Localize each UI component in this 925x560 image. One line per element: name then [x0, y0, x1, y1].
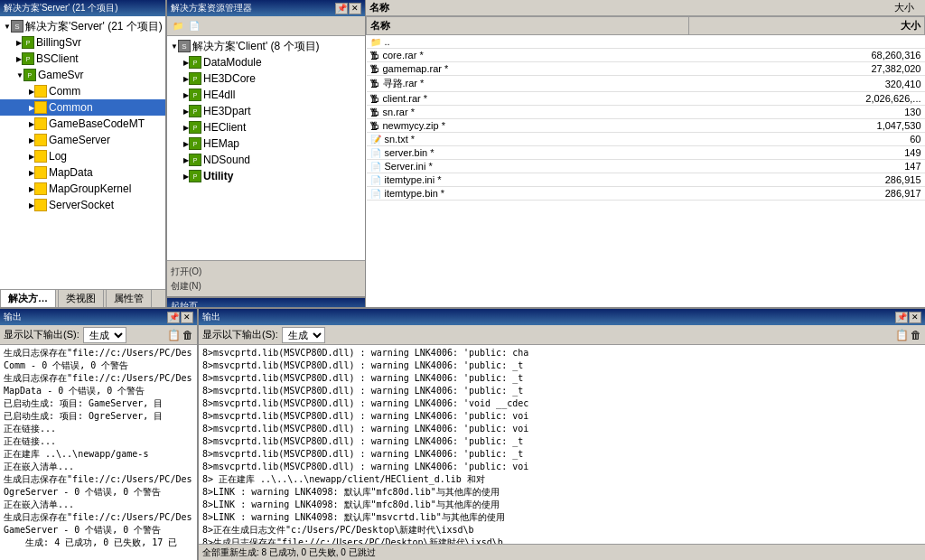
table-row[interactable]: 📁.. — [367, 35, 925, 49]
srm-item-utility[interactable]: ▶ PUtility — [167, 168, 365, 184]
output-right-toolbar-label: 显示以下输出(S): — [202, 328, 278, 341]
right-title: 名称 — [369, 1, 389, 14]
table-row[interactable]: 🗜core.rar *68,260,316 — [367, 49, 925, 62]
close-icon[interactable]: ✕ — [349, 3, 361, 14]
srm-item-he4dll[interactable]: ▶ PHE4dll — [167, 87, 365, 103]
col-size: 大小 — [689, 17, 925, 35]
srm-item-he3dpart[interactable]: ▶ PHE3Dpart — [167, 103, 365, 119]
srm-titlebar: 解决方案资源管理器 📌 ✕ — [167, 0, 365, 16]
pin-icon-out-right[interactable]: 📌 — [895, 312, 908, 323]
solution-tree: ▼ S解决方案'Server' (21 个项目)▶ PBillingSvr▶ P… — [0, 16, 165, 289]
tree-item-mapData[interactable]: ▶ MapData — [0, 164, 165, 181]
file-name-cell: 📄itemtype.bin * — [367, 187, 689, 201]
tree-item-billingSvr[interactable]: ▶ PBillingSvr — [0, 34, 165, 51]
file-name-cell: 🗜gamemap.rar * — [367, 62, 689, 76]
output-left-icons: 📌 ✕ — [167, 312, 193, 323]
toolbar-icon-1[interactable]: 📁 — [171, 19, 185, 33]
output-right-panel: 输出 📌 ✕ 显示以下输出(S): 生成 📋 🗑 8>msvcprtd.lib(… — [199, 309, 925, 560]
output-right-title: 输出 — [202, 311, 220, 323]
file-name-cell: 🗜client.rar * — [367, 92, 689, 106]
file-name-cell: 📄Server.ini * — [367, 160, 689, 173]
clear-icon-right[interactable]: 🗑 — [911, 329, 921, 341]
srm-item-client_solution[interactable]: ▼ S解决方案'Client' (8 个项目) — [167, 38, 365, 54]
srm-item-heClient[interactable]: ▶ PHEClient — [167, 119, 365, 135]
app-container: 解决方案'Server' (21 个项目) ▼ S解决方案'Server' (2… — [0, 0, 925, 560]
file-size-cell: 68,260,316 — [689, 49, 925, 62]
table-row[interactable]: 🗜sn.rar *130 — [367, 106, 925, 119]
output-left-content: 生成日志保存在"file://c:/Users/PC/Des Comm - 0 … — [0, 345, 197, 560]
left-panel-titlebar: 解决方案'Server' (21 个项目) — [0, 0, 165, 16]
close-icon-out-left[interactable]: ✕ — [181, 312, 193, 323]
file-name-cell: 🗜newmycy.zip * — [367, 119, 689, 133]
top-section: 解决方案'Server' (21 个项目) ▼ S解决方案'Server' (2… — [0, 0, 925, 307]
table-row[interactable]: 🗜newmycy.zip *1,047,530 — [367, 119, 925, 133]
srm-panel: 解决方案资源管理器 📌 ✕ 📁 📄 ▼ S解决方案'Client' (8 个项目… — [167, 0, 365, 298]
file-name-cell: 📄server.bin * — [367, 146, 689, 160]
tree-item-serverSocket[interactable]: ▶ ServerSocket — [0, 197, 165, 213]
file-size-cell: 286,917 — [689, 187, 925, 201]
tree-item-log[interactable]: ▶ Log — [0, 148, 165, 164]
srm-bottom-open: 打开(O) — [171, 266, 361, 278]
srm-item-ndSound[interactable]: ▶ PNDSound — [167, 152, 365, 168]
copy-icon[interactable]: 📋 — [167, 329, 181, 341]
file-name-cell: 📝sn.txt * — [367, 133, 689, 146]
toolbar-icons-right: 📋 🗑 — [895, 329, 921, 341]
clear-icon[interactable]: 🗑 — [182, 329, 193, 341]
copy-icon-right[interactable]: 📋 — [895, 329, 909, 341]
srm-item-heMap[interactable]: ▶ PHEMap — [167, 135, 365, 152]
table-row[interactable]: 📄server.bin *149 — [367, 146, 925, 160]
toolbar-icon-2[interactable]: 📄 — [187, 19, 201, 33]
file-name-cell: 📄itemtype.ini * — [367, 173, 689, 187]
tab-class-left[interactable]: 类视图 — [58, 289, 104, 307]
left-tab-bar: 解决方… 类视图 属性管 — [0, 289, 165, 307]
pin-icon[interactable]: 📌 — [335, 3, 348, 14]
bottom-section: 输出 📌 ✕ 显示以下输出(S): 生成 📋 🗑 生成日志保存在"file://… — [0, 307, 925, 560]
size-col-header: 大小 — [894, 1, 914, 14]
tree-item-solution[interactable]: ▼ S解决方案'Server' (21 个项目) — [0, 18, 165, 34]
output-left-toolbar-label: 显示以下输出(S): — [4, 328, 79, 341]
tree-item-common[interactable]: ▶ Common — [0, 99, 165, 116]
srm-titlebar-icons: 📌 ✕ — [335, 3, 361, 14]
output-right-content: 8>msvcprtd.lib(MSVCP80D.dll) : warning L… — [199, 345, 925, 544]
col-name: 名称 — [367, 17, 689, 35]
file-size-cell: 27,382,020 — [689, 62, 925, 76]
pin-icon-out-left[interactable]: 📌 — [167, 312, 180, 323]
tree-item-comm[interactable]: ▶ Comm — [0, 83, 165, 99]
srm-bottom: 打开(O) 创建(N) — [167, 260, 365, 296]
srm-tree: ▼ S解决方案'Client' (8 个项目)▶ PDataModule▶ PH… — [167, 36, 365, 260]
output-left-titlebar: 输出 📌 ✕ — [0, 309, 197, 325]
srm-toolbar: 📁 📄 — [167, 16, 365, 36]
file-size-cell — [689, 35, 925, 49]
file-size-cell: 60 — [689, 133, 925, 146]
srm-bottom-create: 创建(N) — [171, 280, 361, 293]
srm-item-he3dCore[interactable]: ▶ PHE3DCore — [167, 70, 365, 87]
tree-item-gameBaseCodeMT[interactable]: ▶ GameBaseCodeMT — [0, 116, 165, 132]
table-row[interactable]: 🗜寻路.rar *320,410 — [367, 76, 925, 92]
file-size-cell: 149 — [689, 146, 925, 160]
tree-item-mapGroupKernel[interactable]: ▶ MapGroupKernel — [0, 181, 165, 197]
table-row[interactable]: 📝sn.txt *60 — [367, 133, 925, 146]
table-row[interactable]: 🗜client.rar *2,026,626,... — [367, 92, 925, 106]
table-row[interactable]: 📄itemtype.bin *286,917 — [367, 187, 925, 201]
output-left-toolbar: 显示以下输出(S): 生成 📋 🗑 — [0, 325, 197, 345]
statusbar-text: 全部重新生成: 8 已成功, 0 已失败, 0 已跳过 — [202, 546, 376, 559]
tab-props-left[interactable]: 属性管 — [106, 289, 152, 307]
file-name-cell: 🗜core.rar * — [367, 49, 689, 62]
table-row[interactable]: 📄Server.ini *147 — [367, 160, 925, 173]
tree-item-gamesvr[interactable]: ▼ PGameSvr — [0, 67, 165, 83]
file-size-cell: 320,410 — [689, 76, 925, 92]
srm-item-dataModule[interactable]: ▶ PDataModule — [167, 54, 365, 70]
close-icon-out-right[interactable]: ✕ — [909, 312, 921, 323]
file-size-cell: 130 — [689, 106, 925, 119]
output-right-titlebar: 输出 📌 ✕ — [199, 309, 925, 325]
tree-item-bsclient[interactable]: ▶ PBSClient — [0, 51, 165, 67]
file-size-cell: 2,026,626,... — [689, 92, 925, 106]
output-right-dropdown[interactable]: 生成 — [282, 327, 325, 343]
output-left-dropdown[interactable]: 生成 — [83, 327, 126, 343]
table-row[interactable]: 📄itemtype.ini *286,915 — [367, 173, 925, 187]
file-name-cell: 📁.. — [367, 35, 689, 49]
table-row[interactable]: 🗜gamemap.rar *27,382,020 — [367, 62, 925, 76]
toolbar-icons-row: 📋 🗑 — [167, 329, 193, 341]
tab-solution-left[interactable]: 解决方… — [0, 289, 56, 307]
tree-item-gameServer[interactable]: ▶ GameServer — [0, 132, 165, 148]
